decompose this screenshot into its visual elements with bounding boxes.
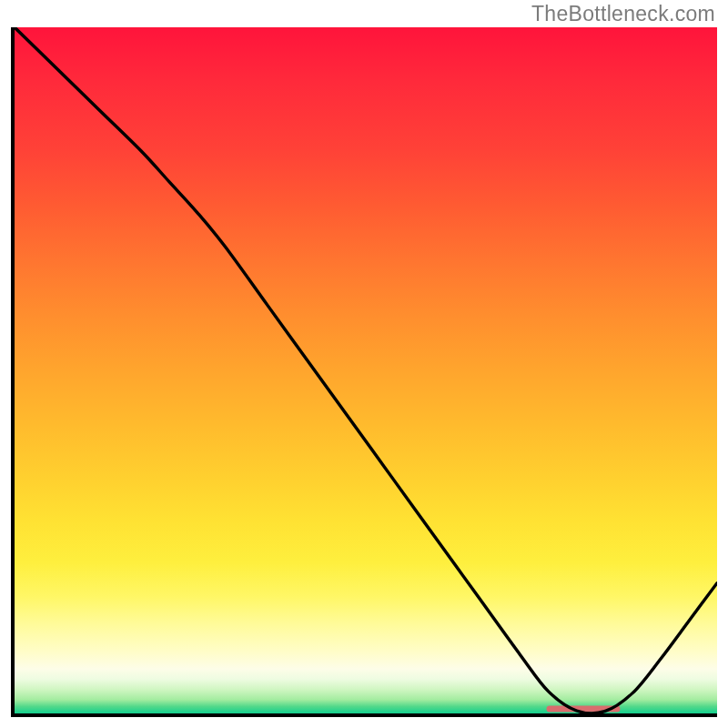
bottleneck-curve	[15, 27, 717, 713]
plot-area	[11, 27, 717, 717]
chart-frame	[11, 27, 717, 717]
attribution-label: TheBottleneck.com	[531, 2, 715, 26]
